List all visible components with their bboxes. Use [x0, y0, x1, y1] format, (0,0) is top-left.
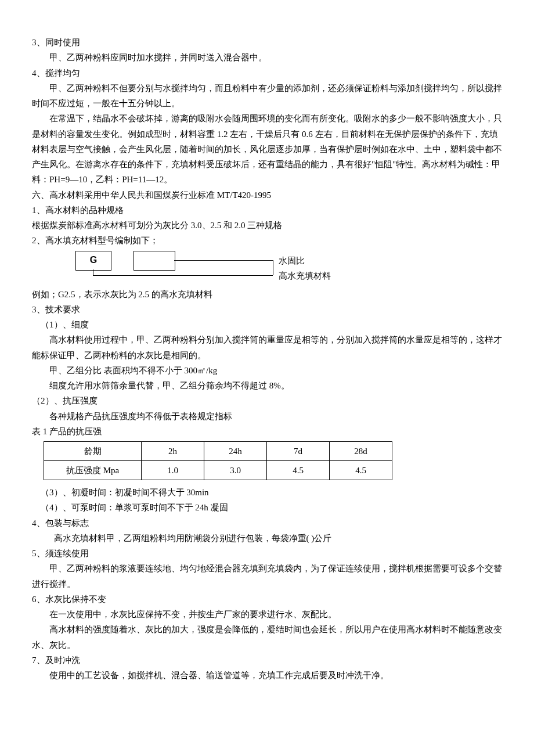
- table-cell: 24h: [204, 442, 267, 461]
- strength-title: （2）、抗压强度: [32, 393, 502, 408]
- diagram-empty-box: [134, 251, 175, 271]
- section-4-title: 4、搅拌均匀: [32, 66, 502, 81]
- section-6-6-p1: 在一次使用中，水灰比应保持不变，并按生产厂家的要求进行水、灰配比。: [32, 607, 502, 622]
- table-cell: 4.5: [330, 461, 392, 480]
- setting-time: （3）、初凝时间：初凝时间不得大于 30min: [41, 485, 502, 500]
- section-6-4-body: 高水充填材料甲，乙两组粉料均用防潮袋分别进行包装，每袋净重( )公斤: [32, 531, 502, 546]
- section-6-5-body: 甲、乙两种粉料的浆液要连续地、均匀地经混合器充填到充填袋内，为了保证连续使用，搅…: [32, 561, 502, 592]
- strength-p1: 各种规格产品抗压强度均不得低于表格规定指标: [32, 409, 502, 424]
- section-4-p1: 甲、乙两种粉料不但要分别与水搅拌均匀，而且粉料中有少量的添加剂，还必须保证粉料与…: [32, 81, 502, 111]
- table-cell: 7d: [267, 442, 330, 461]
- section-6-title: 六、高水材料采用中华人民共和国煤炭行业标准 MT/T420-1995: [32, 188, 502, 203]
- section-4-p2: 在常温下，结晶水不会破坏掉，游离的吸附水会随周围环境的变化而有所变化。吸附水的多…: [32, 111, 502, 187]
- fineness-p2: 甲、乙组分比 表面积均不得不小于 300㎡/kg: [32, 363, 502, 378]
- table-row: 抗压强度 Mpa 1.0 3.0 4.5 4.5: [44, 461, 392, 480]
- table-cell: 3.0: [204, 461, 267, 480]
- diagram-line: [93, 275, 273, 276]
- diagram-line: [174, 260, 273, 261]
- section-6-3-title: 3、技术要求: [32, 302, 502, 317]
- table-cell: 抗压强度 Mpa: [44, 461, 142, 480]
- diagram-g-box: G: [75, 251, 111, 271]
- diagram-vline: [273, 260, 273, 275]
- table-cell: 1.0: [142, 461, 204, 480]
- section-6-5-title: 5、须连续使用: [32, 546, 502, 561]
- table-cell: 4.5: [267, 461, 330, 480]
- section-6-1-body: 根据煤炭部标准高水材料可划分为灰比分 3.0、2.5 和 2.0 三种规格: [32, 218, 502, 233]
- section-6-6-title: 6、水灰比保持不变: [32, 592, 502, 607]
- section-6-2-example: 例如；G2.5，表示水灰比为 2.5 的高水充填材料: [32, 287, 502, 302]
- section-6-1-title: 1、高水材料的品种规格: [32, 203, 502, 218]
- model-diagram: G 水固比 高水充填材料: [46, 251, 502, 286]
- table-caption: 表 1 产品的抗压强: [32, 424, 502, 439]
- section-6-4-title: 4、包装与标志: [32, 516, 502, 531]
- section-3-body: 甲、乙两种粉料应同时加水搅拌，并同时送入混合器中。: [32, 50, 502, 65]
- section-6-7-title: 7、及时冲洗: [32, 653, 502, 668]
- section-3-title: 3、同时使用: [32, 35, 502, 50]
- fineness-title: （1）、细度: [41, 317, 502, 332]
- table-cell: 28d: [330, 442, 392, 461]
- table-cell: 2h: [142, 442, 204, 461]
- fineness-p1: 高水材料使用过程中，甲、乙两种粉料分别加入搅拌筒的重量应是相等的，分别加入搅拌筒…: [32, 332, 502, 363]
- pumping-time: （4）、可泵时间：单浆可泵时间不下于 24h 凝固: [41, 500, 502, 515]
- table-row: 龄期 2h 24h 7d 28d: [44, 442, 392, 461]
- fineness-p3: 细度允许用水筛筛余量代替，甲、乙组分筛余均不得超过 8%。: [32, 378, 502, 393]
- section-6-7-body: 使用中的工艺设备，如搅拌机、混合器、输送管道等，充填工作完成后要及时冲洗干净。: [32, 668, 502, 683]
- strength-table: 龄期 2h 24h 7d 28d 抗压强度 Mpa 1.0 3.0 4.5 4.…: [44, 441, 392, 480]
- diagram-label-2: 高水充填材料: [279, 268, 331, 283]
- section-6-2-title: 2、高水填充材料型号编制如下；: [32, 233, 502, 248]
- diagram-label-1: 水固比: [279, 253, 305, 268]
- diagram-vline: [93, 269, 93, 275]
- section-6-6-p2: 高水材料的强度随着水、灰比的加大，强度是会降低的，凝结时间也会延长，所以用户在使…: [32, 622, 502, 653]
- table-cell: 龄期: [44, 442, 142, 461]
